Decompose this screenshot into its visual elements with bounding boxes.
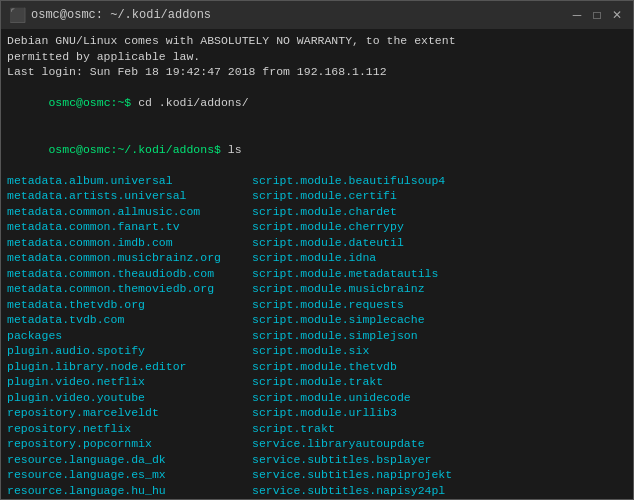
ls-item: metadata.tvdb.com <box>7 312 252 328</box>
ls-output: metadata.album.universalmetadata.artists… <box>7 173 627 499</box>
cmd2-text: ls <box>228 143 242 156</box>
window-title: osmc@osmc: ~/.kodi/addons <box>31 8 211 22</box>
header-line-3: Last login: Sun Feb 18 19:42:47 2018 fro… <box>7 64 627 80</box>
ls-item: repository.popcornmix <box>7 436 252 452</box>
header-line-2: permitted by applicable law. <box>7 49 627 65</box>
cmd1-line: osmc@osmc:~$ cd .kodi/addons/ <box>7 80 627 127</box>
ls-item: metadata.common.theaudiodb.com <box>7 266 252 282</box>
titlebar-left: ⬛ osmc@osmc: ~/.kodi/addons <box>9 7 211 23</box>
ls-item: plugin.library.node.editor <box>7 359 252 375</box>
ls-item: metadata.common.musicbrainz.org <box>7 250 252 266</box>
ls-item: metadata.common.allmusic.com <box>7 204 252 220</box>
ls-item: metadata.common.themoviedb.org <box>7 281 252 297</box>
ls-item: resource.language.pt_pt <box>7 498 252 499</box>
ls-item: script.module.six <box>252 343 627 359</box>
terminal-icon: ⬛ <box>9 7 25 23</box>
terminal-body[interactable]: Debian GNU/Linux comes with ABSOLUTELY N… <box>1 29 633 499</box>
ls-item: script.module.cherrypy <box>252 219 627 235</box>
ls-item: service.libraryautoupdate <box>252 436 627 452</box>
ls-item: script.module.trakt <box>252 374 627 390</box>
ls-col-left: metadata.album.universalmetadata.artists… <box>7 173 252 499</box>
cmd1-prompt: osmc@osmc:~$ <box>48 96 138 109</box>
ls-item: script.module.thetvdb <box>252 359 627 375</box>
ls-item: script.module.beautifulsoup4 <box>252 173 627 189</box>
cmd1-text: cd .kodi/addons/ <box>138 96 248 109</box>
ls-item: metadata.album.universal <box>7 173 252 189</box>
ls-item: script.module.certifi <box>252 188 627 204</box>
ls-item: script.module.urllib3 <box>252 405 627 421</box>
ls-item: script.module.simplecache <box>252 312 627 328</box>
ls-col-right: script.module.beautifulsoup4script.modul… <box>252 173 627 499</box>
terminal-window: ⬛ osmc@osmc: ~/.kodi/addons ─ □ ✕ Debian… <box>0 0 634 500</box>
ls-item: service.subtitles.bsplayer <box>252 452 627 468</box>
ls-item: script.module.metadatautils <box>252 266 627 282</box>
ls-item: plugin.video.youtube <box>7 390 252 406</box>
ls-item: resource.language.hu_hu <box>7 483 252 499</box>
ls-item: script.trakt <box>252 421 627 437</box>
ls-item: repository.netflix <box>7 421 252 437</box>
maximize-button[interactable]: □ <box>589 7 605 23</box>
ls-item: script.module.musicbrainz <box>252 281 627 297</box>
ls-item: packages <box>7 328 252 344</box>
ls-item: script.module.dateutil <box>252 235 627 251</box>
header-line-1: Debian GNU/Linux comes with ABSOLUTELY N… <box>7 33 627 49</box>
ls-item: resource.language.da_dk <box>7 452 252 468</box>
close-button[interactable]: ✕ <box>609 7 625 23</box>
minimize-button[interactable]: ─ <box>569 7 585 23</box>
cmd2-prompt: osmc@osmc:~/.kodi/addons$ <box>48 143 227 156</box>
ls-item: script.module.requests <box>252 297 627 313</box>
ls-item: metadata.common.imdb.com <box>7 235 252 251</box>
ls-item: repository.marcelveldt <box>7 405 252 421</box>
ls-item: service.subtitles.napiprojekt <box>252 467 627 483</box>
titlebar: ⬛ osmc@osmc: ~/.kodi/addons ─ □ ✕ <box>1 1 633 29</box>
ls-item: script.module.idna <box>252 250 627 266</box>
ls-item: metadata.common.fanart.tv <box>7 219 252 235</box>
ls-item: plugin.video.netflix <box>7 374 252 390</box>
ls-item: script.module.simplejson <box>252 328 627 344</box>
ls-item: metadata.thetvdb.org <box>7 297 252 313</box>
ls-item: metadata.artists.universal <box>7 188 252 204</box>
ls-item: service.subtitles.napisy24pl <box>252 483 627 499</box>
ls-item: plugin.audio.spotify <box>7 343 252 359</box>
window-controls[interactable]: ─ □ ✕ <box>569 7 625 23</box>
ls-item: service.subtitles.opensubtitles <box>252 498 627 499</box>
ls-item: script.module.unidecode <box>252 390 627 406</box>
ls-item: resource.language.es_mx <box>7 467 252 483</box>
cmd2-line: osmc@osmc:~/.kodi/addons$ ls <box>7 126 627 173</box>
ls-item: script.module.chardet <box>252 204 627 220</box>
